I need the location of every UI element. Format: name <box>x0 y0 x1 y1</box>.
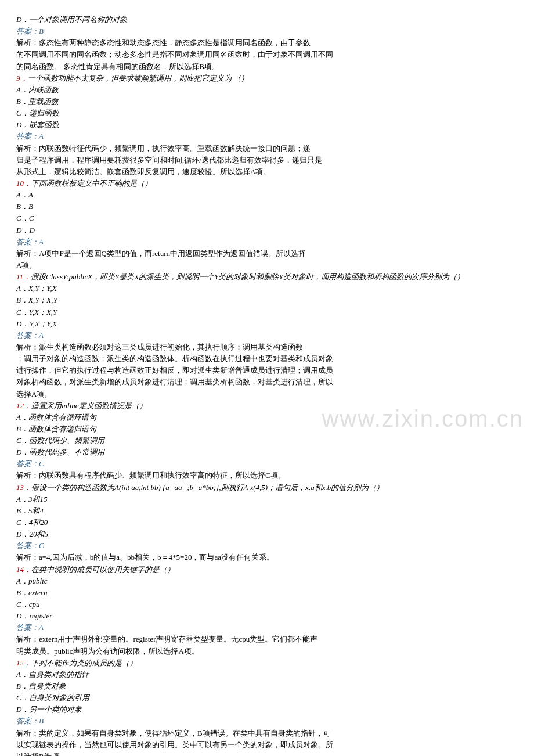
q9-answer: 答案：A <box>16 131 518 142</box>
q13-stem-text: 假设一个类的构造函数为A(int aa,int bb) {a=aa--;b=a*… <box>31 483 384 492</box>
q12-explain-1: 解析：内联函数具有程序代码少、频繁调用和执行效率高的特征，所以选择C项。 <box>16 470 518 481</box>
q12-option-b: B．函数体含有递归语句 <box>16 423 518 435</box>
q13-option-c: C．4和20 <box>16 517 518 528</box>
q12-stem: 12．适宜采用inline定义函数情况是（） <box>16 400 518 412</box>
q8-explain-1: 解析：多态性有两种静态多态性和动态多态性，静态多态性是指调用同名函数，由于参数 <box>16 37 518 49</box>
q10-explain-1: 解析：A项中F是一个返回Q类型的值，而return中用返回类型作为返回值错误。所… <box>16 248 518 260</box>
q11-option-c: C．Y,X；X,Y <box>16 307 518 318</box>
q11-stem-text: 假设ClassY:publicX，即类Y是类X的派生类，则说明一个Y类的对象时和… <box>31 272 464 281</box>
q14-stem: 14．在类中说明的成员可以使用关键字的是（） <box>16 564 518 575</box>
q10-option-c: C．C <box>16 213 518 224</box>
q15-explain-1: 解析：类的定义，如果有自身类对象，使得循环定义，B项错误。在类中具有自身类的指针… <box>16 728 518 739</box>
q15-stem-text: 下列不能作为类的成员的是（） <box>31 658 137 667</box>
q13-answer: 答案：C <box>16 540 518 552</box>
q14-option-c: C．cpu <box>16 599 518 610</box>
q9-explain-3: 从形式上，逻辑比较简洁。嵌套函数即反复调用，速度较慢。所以选择A项。 <box>16 166 518 178</box>
q11-option-a: A．X,Y；Y,X <box>16 283 518 294</box>
q15-option-b: B．自身类对象 <box>16 681 518 692</box>
q9-stem-text: 一个函数功能不太复杂，但要求被频繁调用，则应把它定义为 （） <box>28 74 248 82</box>
q11-option-b: B．X,Y；X,Y <box>16 294 518 306</box>
q14-option-d: D．register <box>16 610 518 622</box>
q9-explain-2: 归是子程序调用，程序调用要耗费很多空间和时间,循环/迭代都比递归有效率得多，递归… <box>16 154 518 166</box>
q15-option-c: C．自身类对象的引用 <box>16 692 518 704</box>
q15-explain-2: 以实现链表的操作，当然也可以使用对象的引用。类中可以有另一个类的对象，即成员对象… <box>16 739 518 751</box>
q13-option-a: A．3和15 <box>16 494 518 505</box>
q10-option-d: D．D <box>16 225 518 236</box>
q15-option-d: D．另一个类的对象 <box>16 704 518 715</box>
q11-explain-2: ；调用子对象的构造函数；派生类的构造函数体。析构函数在执行过程中也要对基类和成员… <box>16 353 518 365</box>
q9-number: 9． <box>16 74 28 82</box>
q12-answer: 答案：C <box>16 458 518 470</box>
q11-stem: 11．假设ClassY:publicX，即类Y是类X的派生类，则说明一个Y类的对… <box>16 271 518 283</box>
q13-option-b: B．5和4 <box>16 505 518 517</box>
q8-option-d: D．一个对象调用不同名称的对象 <box>16 14 518 26</box>
q10-stem: 10．下面函数模板定义中不正确的是（） <box>16 178 518 189</box>
q14-stem-text: 在类中说明的成员可以使用关键字的是（） <box>31 565 175 574</box>
q11-option-d: D．Y,X；Y,X <box>16 318 518 330</box>
q10-option-b: B．B <box>16 201 518 213</box>
q13-number: 13． <box>16 483 31 492</box>
q13-option-d: D．20和5 <box>16 528 518 540</box>
q14-answer: 答案：A <box>16 622 518 633</box>
q15-option-a: A．自身类对象的指针 <box>16 669 518 681</box>
q11-explain-3: 进行操作，但它的执行过程与构造函数正好相反，即对派生类新增普通成员进行清理；调用… <box>16 365 518 376</box>
q15-number: 15． <box>16 658 31 667</box>
q15-stem: 15．下列不能作为类的成员的是（） <box>16 657 518 669</box>
q10-option-a: A．A <box>16 189 518 201</box>
q12-option-d: D．函数代码多、不常调用 <box>16 447 518 458</box>
q9-stem: 9．一个函数功能不太复杂，但要求被频繁调用，则应把它定义为 （） <box>16 73 518 84</box>
q14-number: 14． <box>16 565 31 574</box>
q11-number: 11． <box>16 272 31 281</box>
q13-explain-1: 解析：a=4,因为后减，b的值与a、bb相关，b＝4*5=20，而与aa没有任何… <box>16 552 518 563</box>
q14-option-b: B．extern <box>16 587 518 599</box>
q14-explain-2: 明类成员。public声明为公有访问权限，所以选择A项。 <box>16 646 518 657</box>
q12-stem-text: 适宜采用inline定义函数情况是（） <box>31 401 147 410</box>
q15-explain-3: 以选择B选项。 <box>16 751 518 756</box>
q12-option-a: A．函数体含有循环语句 <box>16 412 518 423</box>
q9-option-d: D．嵌套函数 <box>16 119 518 131</box>
q9-explain-1: 解析：内联函数特征代码少，频繁调用，执行效率高。重载函数解决统一接口的问题；递 <box>16 143 518 154</box>
q12-option-c: C．函数代码少、频繁调用 <box>16 435 518 447</box>
q14-option-a: A．public <box>16 575 518 587</box>
q8-explain-3: 的同名函数。 多态性肯定具有相同的函数名，所以选择B项。 <box>16 61 518 73</box>
q10-answer: 答案：A <box>16 236 518 248</box>
q10-stem-text: 下面函数模板定义中不正确的是（） <box>31 179 152 188</box>
q11-explain-5: 选择A项。 <box>16 388 518 400</box>
q15-answer: 答案：B <box>16 715 518 727</box>
q9-option-a: A．内联函数 <box>16 84 518 96</box>
q10-explain-2: A项。 <box>16 260 518 271</box>
q11-answer: 答案：A <box>16 330 518 341</box>
q13-stem: 13．假设一个类的构造函数为A(int aa,int bb) {a=aa--;b… <box>16 482 518 494</box>
q14-explain-1: 解析：extern用于声明外部变量的。register声明寄存器类型变量。无cp… <box>16 633 518 645</box>
q12-number: 12． <box>16 401 31 410</box>
q11-explain-4: 对象析构函数，对派生类新增的成员对象进行清理；调用基类析构函数，对基类进行清理，… <box>16 376 518 388</box>
q10-number: 10． <box>16 179 31 188</box>
q8-explain-2: 的不同调用不同的同名函数；动态多态性是指不同对象调用同名函数时，由于对象不同调用… <box>16 49 518 60</box>
q9-option-c: C．递归函数 <box>16 107 518 119</box>
q11-explain-1: 解析：派生类构造函数必须对这三类成员进行初始化，其执行顺序：调用基类构造函数 <box>16 341 518 353</box>
q9-option-b: B．重载函数 <box>16 96 518 107</box>
q8-answer: 答案：B <box>16 26 518 37</box>
